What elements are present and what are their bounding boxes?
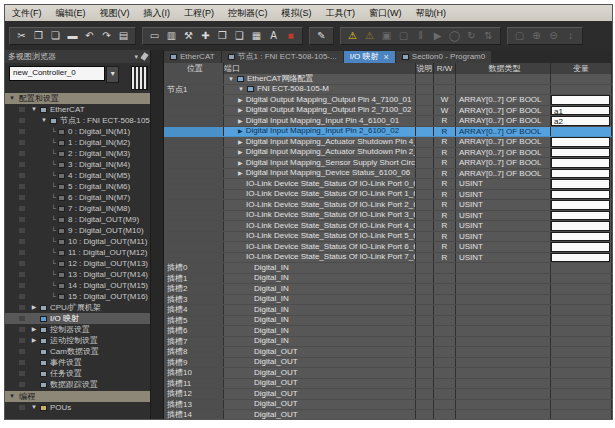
variable-input[interactable] xyxy=(551,137,610,147)
table-row[interactable]: 插槽7Digital_IN xyxy=(164,337,612,348)
window-icon[interactable]: ❒ xyxy=(215,29,230,43)
build-check-icon[interactable]: ⚠ xyxy=(345,29,360,43)
tree-item[interactable]: Cam数据设置 xyxy=(5,346,150,357)
expand-arrow-icon[interactable]: ▶ xyxy=(238,95,243,105)
monitor-icon[interactable]: ▭ xyxy=(147,29,162,43)
cascade-window-icon[interactable]: ❑ xyxy=(232,29,247,43)
tree-item[interactable]: ▼节点1 : FNI ECT-508-105-M(E001) xyxy=(5,115,150,126)
expand-arrow-icon[interactable]: ▶ xyxy=(238,106,243,116)
print-icon[interactable]: ▥ xyxy=(164,29,179,43)
table-row[interactable]: ▶Digital Input Mapping_Device Status_610… xyxy=(164,169,612,180)
tree-item[interactable]: 事件设置 xyxy=(5,357,150,368)
menu-item[interactable]: 视图(V) xyxy=(93,5,137,21)
expand-arrow-icon[interactable]: ▶ xyxy=(31,335,37,346)
table-row[interactable]: 插槽14Digital_OUT xyxy=(164,410,612,419)
explorer-grip[interactable] xyxy=(131,66,148,90)
variable-input[interactable] xyxy=(551,190,610,200)
table-row[interactable]: IO-Link Device State_Status Of IO-Link P… xyxy=(164,253,612,264)
undo-icon[interactable]: ↶ xyxy=(82,29,97,43)
table-row[interactable]: IO-Link Device State_Status Of IO-Link P… xyxy=(164,200,612,211)
variable-input[interactable] xyxy=(551,148,610,158)
tree-item[interactable]: └9 : Digital_OUT(M10) xyxy=(5,225,150,236)
tree-item[interactable]: └2 : Digital_IN(M3) xyxy=(5,148,150,159)
table-row[interactable]: ▶Digital Output Mapping_Output Pin 2_710… xyxy=(164,106,612,117)
redo-icon[interactable]: ↷ xyxy=(99,29,114,43)
expand-arrow-icon[interactable]: ▶ xyxy=(31,324,37,335)
wrench-icon[interactable]: ⚒ xyxy=(181,29,196,43)
table-row[interactable]: 插槽13Digital_OUT xyxy=(164,400,612,411)
abort-icon[interactable]: ■ xyxy=(283,29,298,43)
table-row[interactable]: 插槽8Digital_OUT xyxy=(164,347,612,358)
variable-input[interactable]: a2 xyxy=(551,116,610,126)
zoom-100-icon[interactable]: ↕ xyxy=(563,29,578,43)
tree-item[interactable]: └6 : Digital_IN(M7) xyxy=(5,192,150,203)
tree-item[interactable]: └11 : Digital_OUT(M12) xyxy=(5,247,150,258)
expand-arrow-icon[interactable]: ▶ xyxy=(238,127,243,137)
table-row[interactable]: 插槽11Digital_OUT xyxy=(164,379,612,390)
variable-input[interactable] xyxy=(551,221,610,231)
menu-item[interactable]: 工程(P) xyxy=(177,5,221,21)
table-row[interactable]: 插槽9Digital_OUT xyxy=(164,358,612,369)
expand-arrow-icon[interactable]: ▼ xyxy=(228,74,234,84)
menu-item[interactable]: 控制器(C) xyxy=(221,5,275,21)
save-icon[interactable]: ▤ xyxy=(116,29,131,43)
tree-item[interactable]: └15 : Digital_OUT(M16) xyxy=(5,291,150,302)
grid-icon[interactable]: ▦ xyxy=(249,29,264,43)
menu-item[interactable]: 模拟(S) xyxy=(275,5,319,21)
table-row[interactable]: ▶Digital Input Mapping_Actuator Shutdown… xyxy=(164,137,612,148)
table-row[interactable]: IO-Link Device State_Status Of IO-Link P… xyxy=(164,190,612,201)
controller-select[interactable]: new_Controller_0 xyxy=(9,66,105,81)
table-row[interactable]: 插槽5Digital_IN xyxy=(164,316,612,327)
tree-item[interactable]: I/O 映射 xyxy=(5,313,150,324)
table-row[interactable]: 插槽6Digital_IN xyxy=(164,326,612,337)
tree-item[interactable]: 任务设置 xyxy=(5,368,150,379)
expand-arrow-icon[interactable]: ▼ xyxy=(31,104,37,115)
expand-arrow-icon[interactable]: ▶ xyxy=(238,137,243,147)
expand-arrow-icon[interactable]: ▶ xyxy=(238,169,243,179)
expand-arrow-icon[interactable]: ▶ xyxy=(31,302,37,313)
paste-icon[interactable]: ❏ xyxy=(48,29,63,43)
zoom-out-icon[interactable]: ⊖ xyxy=(546,29,561,43)
table-row[interactable]: 插槽10Digital_OUT xyxy=(164,368,612,379)
copy-icon[interactable]: ❐ xyxy=(31,29,46,43)
table-row[interactable]: ▶Digital Output Mapping_Output Pin 4_710… xyxy=(164,95,612,106)
table-row[interactable]: IO-Link Device State_Status Of IO-Link P… xyxy=(164,242,612,253)
variable-input[interactable] xyxy=(551,200,610,210)
tree-item[interactable]: └0 : Digital_IN(M1) xyxy=(5,126,150,137)
variable-input[interactable] xyxy=(551,158,610,168)
table-row[interactable]: IO-Link Device State_Status Of IO-Link P… xyxy=(164,211,612,222)
tab--1-fni-ect-508-105-[interactable]: 节点1 : FNI ECT-508-105-... xyxy=(222,51,343,63)
controller-dropdown-arrow-icon[interactable]: ▼ xyxy=(106,66,119,83)
tree-item[interactable]: └3 : Digital_IN(M4) xyxy=(5,159,150,170)
tree-item[interactable]: ▼EtherCAT xyxy=(5,104,150,115)
table-row[interactable]: 节点1▼FNI ECT-508-105-M xyxy=(164,85,612,96)
tab-ethercat[interactable]: EtherCAT xyxy=(164,51,221,63)
tree-item[interactable]: ▶控制器设置 xyxy=(5,324,150,335)
transfer-icon[interactable]: ⇅ xyxy=(481,29,496,43)
pause-icon[interactable]: ‖ xyxy=(413,29,428,43)
tree-item[interactable]: └1 : Digital_IN(M2) xyxy=(5,137,150,148)
expand-arrow-icon[interactable]: ▼ xyxy=(238,85,244,95)
tree-item[interactable]: ▶CPU/扩展机架 xyxy=(5,302,150,313)
tree-item[interactable]: └5 : Digital_IN(M6) xyxy=(5,181,150,192)
table-row[interactable]: ▶Digital Input Mapping_Input Pin 2_6100_… xyxy=(164,127,612,138)
variable-input[interactable] xyxy=(551,242,610,252)
tree-item[interactable]: └8 : Digital_OUT(M9) xyxy=(5,214,150,225)
tree-item[interactable]: ▼POUs xyxy=(5,402,150,413)
tab-section0-program0[interactable]: Section0 - Program0 xyxy=(396,51,491,63)
table-row[interactable]: 插槽2Digital_IN xyxy=(164,284,612,295)
rebuild-icon[interactable]: ⚠ xyxy=(362,29,377,43)
table-row[interactable]: 插槽3Digital_IN xyxy=(164,295,612,306)
panel-strip[interactable] xyxy=(150,50,164,419)
tree-item[interactable]: └10 : Digital_OUT(M11) xyxy=(5,236,150,247)
tree-item[interactable]: └14 : Digital_OUT(M15) xyxy=(5,280,150,291)
online-edit-icon[interactable]: ✎ xyxy=(314,29,329,43)
table-row[interactable]: 插槽12Digital_OUT xyxy=(164,389,612,400)
tree-section-configurations[interactable]: ▼配置和设置 xyxy=(5,93,150,104)
tree-item[interactable]: └7 : Digital_IN(M8) xyxy=(5,203,150,214)
table-row[interactable]: ▼EtherCAT网络配置 xyxy=(164,74,612,85)
go-online-icon[interactable]: ▣ xyxy=(379,29,394,43)
menu-item[interactable]: 工具(T) xyxy=(319,5,363,21)
menu-item[interactable]: 窗口(W) xyxy=(362,5,409,21)
expand-arrow-icon[interactable]: ▼ xyxy=(31,402,37,413)
